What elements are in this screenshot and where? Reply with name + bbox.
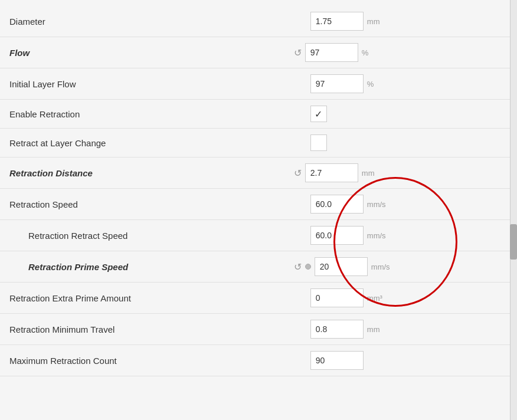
input-max-retraction-count[interactable] [310,351,364,370]
input-retraction-prime-speed[interactable] [315,257,368,276]
controls-retraction-distance: ↺mm [284,158,517,189]
reset-icon-retraction-prime-speed[interactable]: ↺ [294,261,302,273]
row-retraction-min-travel: Retraction Minimum Travelmm [0,314,517,345]
label-retraction-speed: Retraction Speed [0,189,284,220]
row-retract-layer-change: Retract at Layer Change [0,129,517,158]
unit-diameter: mm [367,17,388,26]
label-diameter: Diameter [0,6,284,37]
input-initial-layer-flow[interactable] [310,74,364,93]
reset-icon-retraction-distance[interactable]: ↺ [294,168,302,179]
controls-max-retraction-count [284,345,517,376]
label-retraction-extra-prime: Retraction Extra Prime Amount [0,283,284,314]
unit-retraction-retract-speed: mm/s [367,231,388,240]
label-initial-layer-flow: Initial Layer Flow [0,68,284,100]
controls-retraction-retract-speed: mm/s [284,220,517,251]
row-retraction-prime-speed: Retraction Prime Speed↺mm/s [0,251,517,283]
unit-retraction-prime-speed: mm/s [371,262,392,271]
settings-table: DiametermmFlow↺%Initial Layer Flow%Enabl… [0,6,517,376]
label-retract-layer-change: Retract at Layer Change [0,129,284,158]
dot-retraction-prime-speed [305,264,311,270]
label-retraction-min-travel: Retraction Minimum Travel [0,314,284,345]
row-retraction-extra-prime: Retraction Extra Prime Amountmm³ [0,283,517,314]
label-flow: Flow [0,37,284,68]
input-flow[interactable] [305,43,358,62]
unit-flow: % [362,48,382,57]
controls-diameter: mm [284,6,517,37]
empty-checkbox-retract-layer-change[interactable] [310,134,327,151]
scrollbar-thumb[interactable] [510,224,517,260]
reset-icon-flow[interactable]: ↺ [294,47,302,58]
controls-retraction-prime-speed: ↺mm/s [284,251,517,283]
settings-container: DiametermmFlow↺%Initial Layer Flow%Enabl… [0,0,517,420]
label-retraction-prime-speed: Retraction Prime Speed [0,251,284,283]
unit-retraction-speed: mm/s [367,200,388,209]
input-retraction-extra-prime[interactable] [310,288,364,307]
input-retraction-distance[interactable] [305,163,358,182]
row-max-retraction-count: Maximum Retraction Count [0,345,517,376]
controls-retraction-min-travel: mm [284,314,517,345]
row-retraction-speed: Retraction Speedmm/s [0,189,517,220]
checkbox-enable-retraction[interactable]: ✓ [310,106,327,122]
controls-retract-layer-change [284,129,517,158]
input-retraction-speed[interactable] [310,195,364,214]
unit-initial-layer-flow: % [367,80,388,88]
label-retraction-retract-speed: Retraction Retract Speed [0,220,284,251]
unit-retraction-extra-prime: mm³ [367,294,388,303]
controls-flow: ↺% [284,37,517,68]
controls-initial-layer-flow: % [284,68,517,100]
controls-enable-retraction: ✓ [284,100,517,129]
row-initial-layer-flow: Initial Layer Flow% [0,68,517,100]
controls-retraction-extra-prime: mm³ [284,283,517,314]
row-diameter: Diametermm [0,6,517,37]
controls-retraction-speed: mm/s [284,189,517,220]
label-retraction-distance: Retraction Distance [0,158,284,189]
scrollbar[interactable] [510,0,517,420]
unit-retraction-min-travel: mm [367,325,388,334]
row-enable-retraction: Enable Retraction✓ [0,100,517,129]
unit-retraction-distance: mm [362,169,382,178]
input-retraction-min-travel[interactable] [310,320,364,339]
input-diameter[interactable] [310,12,364,31]
row-retraction-distance: Retraction Distance↺mm [0,158,517,189]
label-max-retraction-count: Maximum Retraction Count [0,345,284,376]
label-enable-retraction: Enable Retraction [0,100,284,129]
input-retraction-retract-speed[interactable] [310,226,364,245]
row-flow: Flow↺% [0,37,517,68]
row-retraction-retract-speed: Retraction Retract Speedmm/s [0,220,517,251]
